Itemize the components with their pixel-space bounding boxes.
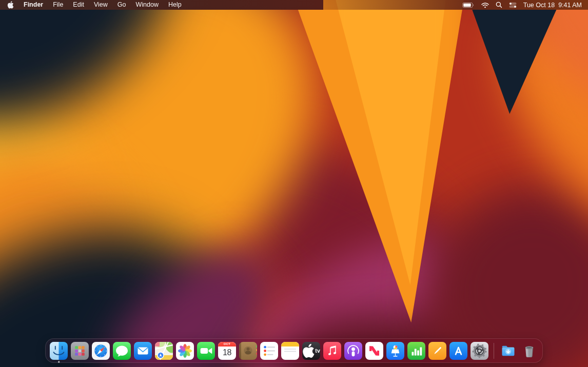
wallpaper-petal bbox=[0, 163, 286, 367]
dock-icon-contacts[interactable] bbox=[239, 342, 257, 360]
calendar-day: 18 bbox=[218, 346, 236, 360]
wallpaper-petal bbox=[0, 0, 224, 177]
menu-bar: Finder File Edit View Go Window Help bbox=[0, 0, 588, 10]
running-indicator bbox=[58, 361, 60, 363]
dock-icon-numbers[interactable] bbox=[407, 342, 425, 360]
dock-icon-trash[interactable] bbox=[520, 342, 538, 360]
dock-icon-messages[interactable] bbox=[113, 342, 131, 360]
dock-icon-photos[interactable] bbox=[176, 342, 194, 360]
wallpaper-petal bbox=[468, 0, 588, 268]
dock-icon-mail[interactable] bbox=[134, 342, 152, 360]
wallpaper-petal bbox=[440, 0, 588, 126]
menu-help[interactable]: Help bbox=[168, 0, 182, 10]
wallpaper-petal bbox=[187, 101, 511, 367]
menu-time: 9:41 AM bbox=[558, 2, 582, 9]
dock-icon-music[interactable] bbox=[323, 342, 341, 360]
menu-edit[interactable]: Edit bbox=[73, 0, 84, 10]
apple-glyph bbox=[302, 342, 315, 360]
dock-icon-podcasts[interactable] bbox=[344, 342, 362, 360]
menu-date: Tue Oct 18 bbox=[523, 2, 555, 9]
wallpaper-petal bbox=[0, 108, 189, 367]
dock-icon-calendar[interactable]: OCT 18 bbox=[218, 342, 236, 360]
wallpaper-petal bbox=[277, 0, 477, 333]
wallpaper-petal bbox=[0, 52, 125, 342]
menu-go[interactable]: Go bbox=[117, 0, 126, 10]
dock-icon-app-store[interactable] bbox=[449, 342, 467, 360]
dock: OCT 18 bbox=[45, 338, 543, 363]
wallpaper-petal bbox=[0, 0, 382, 367]
dock-icon-keynote[interactable] bbox=[386, 342, 404, 360]
control-center-icon[interactable] bbox=[509, 2, 517, 8]
menu-app-name[interactable]: Finder bbox=[24, 0, 43, 10]
wallpaper-petal bbox=[144, 0, 588, 367]
menu-bar-status: Tue Oct 18 9:41 AM bbox=[462, 2, 582, 9]
dock-icon-reminders[interactable] bbox=[260, 342, 278, 360]
dock-icon-facetime[interactable] bbox=[197, 342, 215, 360]
dock-icon-pages[interactable] bbox=[428, 342, 446, 360]
dock-icon-news[interactable] bbox=[365, 342, 383, 360]
dock-icon-system-settings[interactable] bbox=[471, 342, 488, 360]
desktop-wallpaper[interactable] bbox=[0, 0, 588, 367]
wifi-icon[interactable] bbox=[481, 2, 489, 8]
dock-icon-finder[interactable] bbox=[50, 342, 68, 360]
dock-icon-launchpad[interactable] bbox=[71, 342, 89, 360]
dock-icon-tv[interactable]: tv bbox=[302, 342, 320, 360]
dock-icon-notes[interactable] bbox=[281, 342, 299, 360]
dock-icon-downloads[interactable] bbox=[499, 342, 517, 360]
desktop: Finder File Edit View Go Window Help bbox=[0, 0, 588, 367]
dock-divider bbox=[494, 343, 494, 359]
dock-icon-maps[interactable] bbox=[155, 342, 173, 360]
menu-window[interactable]: Window bbox=[135, 0, 158, 10]
menu-bar-left: Finder File Edit View Go Window Help bbox=[7, 0, 182, 10]
menu-clock[interactable]: Tue Oct 18 9:41 AM bbox=[523, 2, 582, 9]
menu-view[interactable]: View bbox=[94, 0, 108, 10]
apple-menu-icon[interactable] bbox=[7, 1, 14, 9]
wallpaper-petal bbox=[480, 0, 588, 142]
wallpaper-petal bbox=[387, 146, 588, 367]
battery-icon[interactable] bbox=[462, 2, 475, 8]
calendar-month: OCT bbox=[218, 342, 236, 347]
menu-file[interactable]: File bbox=[53, 0, 63, 10]
tv-label: tv bbox=[315, 348, 320, 354]
spotlight-icon[interactable] bbox=[496, 2, 502, 8]
dock-icon-safari[interactable] bbox=[92, 342, 110, 360]
wallpaper-petal bbox=[322, 0, 458, 297]
